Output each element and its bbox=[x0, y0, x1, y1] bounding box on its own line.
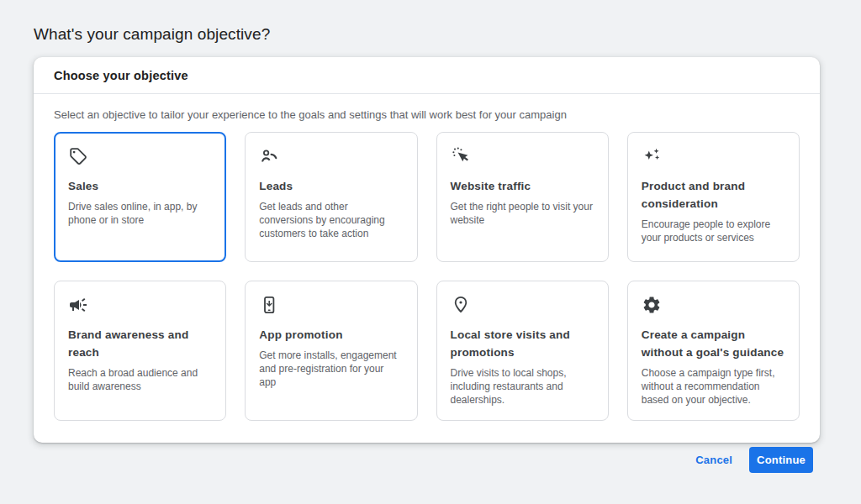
objective-title: Product and brand consideration bbox=[642, 177, 785, 213]
phone-download-icon bbox=[259, 295, 279, 315]
panel-subtitle: Select an objective to tailor your exper… bbox=[34, 94, 820, 121]
objective-description: Choose a campaign type first, without a … bbox=[642, 366, 785, 407]
price-tag-icon bbox=[68, 146, 88, 166]
continue-button[interactable]: Continue bbox=[749, 447, 813, 473]
page-title: What's your campaign objective? bbox=[34, 25, 270, 44]
objective-card-app-promotion[interactable]: App promotion Get more installs, engagem… bbox=[245, 281, 417, 421]
choose-objective-panel: Choose your objective Select an objectiv… bbox=[34, 57, 820, 443]
objective-title: Create a campaign without a goal's guida… bbox=[642, 326, 785, 361]
objective-grid: Sales Drive sales online, in app, by pho… bbox=[54, 132, 800, 421]
objective-card-sales[interactable]: Sales Drive sales online, in app, by pho… bbox=[54, 132, 226, 262]
objective-description: Get the right people to visit your websi… bbox=[451, 200, 594, 227]
objective-title: App promotion bbox=[259, 326, 403, 344]
panel-header: Choose your objective bbox=[34, 57, 820, 94]
objective-description: Get more installs, engagement and pre-re… bbox=[259, 349, 403, 389]
objective-title: Brand awareness and reach bbox=[68, 326, 212, 361]
objective-card-brand-awareness-reach[interactable]: Brand awareness and reach Reach a broad … bbox=[54, 281, 226, 421]
footer-actions: Cancel Continue bbox=[687, 447, 813, 473]
objective-description: Drive sales online, in app, by phone or … bbox=[68, 200, 212, 227]
sparkles-icon bbox=[642, 146, 662, 166]
objective-title: Local store visits and promotions bbox=[451, 326, 594, 361]
objective-description: Encourage people to explore your product… bbox=[642, 218, 785, 244]
objective-title: Leads bbox=[259, 177, 403, 195]
objective-card-no-goal-guidance[interactable]: Create a campaign without a goal's guida… bbox=[627, 281, 800, 421]
objective-title: Website traffic bbox=[451, 177, 594, 195]
location-pin-icon bbox=[451, 295, 471, 315]
objective-title: Sales bbox=[68, 177, 212, 195]
objective-card-local-store-visits[interactable]: Local store visits and promotions Drive … bbox=[436, 281, 609, 421]
objective-card-leads[interactable]: Leads Get leads and other conversions by… bbox=[245, 132, 417, 262]
leads-person-icon bbox=[259, 146, 279, 166]
cursor-click-icon bbox=[451, 146, 471, 166]
objective-card-product-brand-consideration[interactable]: Product and brand consideration Encourag… bbox=[627, 132, 800, 262]
objective-description: Drive visits to local shops, including r… bbox=[451, 366, 594, 407]
cancel-button[interactable]: Cancel bbox=[687, 447, 741, 473]
objective-card-website-traffic[interactable]: Website traffic Get the right people to … bbox=[436, 132, 609, 262]
gear-icon bbox=[642, 295, 662, 315]
objective-description: Reach a broad audience and build awarene… bbox=[68, 366, 212, 393]
objective-description: Get leads and other conversions by encou… bbox=[259, 200, 403, 240]
megaphone-icon bbox=[68, 295, 88, 315]
